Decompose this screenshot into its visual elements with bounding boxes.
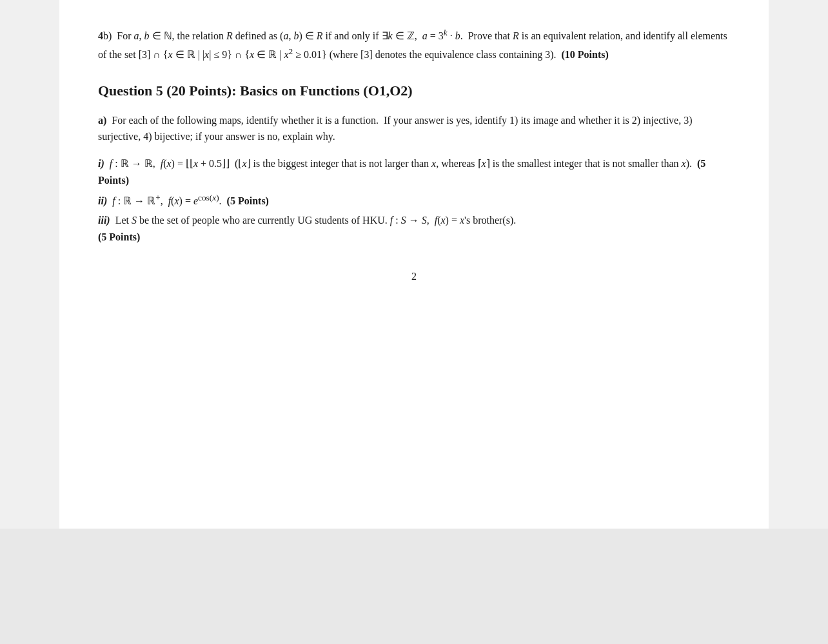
paper: 4b) For a, b ∈ ℕ, the relation R defined… [59,0,769,529]
part-a-label: a) [98,115,106,126]
subpart-ii: ii) f : ℝ → ℝ+, f(x) = ecos(x). (5 Point… [98,191,730,210]
question5-heading-text: Question 5 (20 Points): Basics on Functi… [98,83,413,99]
page-number: 2 [98,271,730,282]
part-a-intro: a) For each of the following maps, ident… [98,112,730,145]
subpart-i: i) f : ℝ → ℝ, f(x) = ⌊⌊x + 0.5⌋⌋ (⌊x⌋ is… [98,155,730,188]
answer-area [0,529,828,644]
subpart-iii-text: iii) Let S be the set of people who are … [98,212,730,229]
part-4b: 4b) For a, b ∈ ℕ, the relation R defined… [98,26,730,63]
subpart-ii-text: ii) f : ℝ → ℝ+, f(x) = ecos(x). (5 Point… [98,191,730,210]
page-wrapper: 4b) For a, b ∈ ℕ, the relation R defined… [0,0,828,644]
subpart-iii: iii) Let S be the set of people who are … [98,212,730,245]
subpart-iii-label: iii) [98,215,110,226]
part-a-intro-text: a) For each of the following maps, ident… [98,112,730,145]
part-4b-label: 4 [98,30,103,41]
part-4b-text: 4b) For a, b ∈ ℕ, the relation R defined… [98,26,730,63]
subpart-ii-label: ii) [98,196,107,207]
question5-heading: Question 5 (20 Points): Basics on Functi… [98,83,730,99]
subpart-i-label: i) [98,158,104,169]
subpart-iii-points: (5 Points) [98,229,730,246]
page-number-text: 2 [411,271,417,282]
subparts-container: i) f : ℝ → ℝ, f(x) = ⌊⌊x + 0.5⌋⌋ (⌊x⌋ is… [98,155,730,245]
subpart-i-text: i) f : ℝ → ℝ, f(x) = ⌊⌊x + 0.5⌋⌋ (⌊x⌋ is… [98,155,730,188]
